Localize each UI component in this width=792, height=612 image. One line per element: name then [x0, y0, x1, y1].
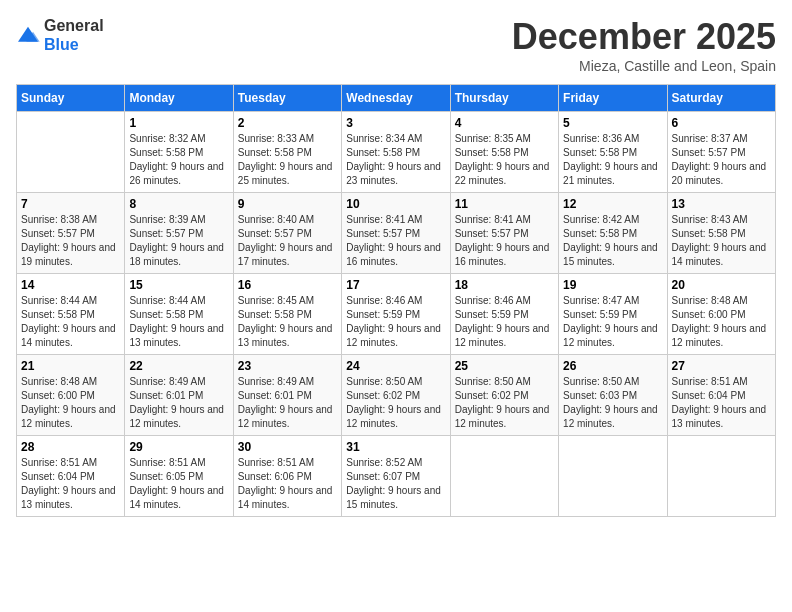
- calendar-cell: 22Sunrise: 8:49 AM Sunset: 6:01 PM Dayli…: [125, 355, 233, 436]
- cell-sun-info: Sunrise: 8:51 AM Sunset: 6:04 PM Dayligh…: [21, 456, 120, 512]
- cell-sun-info: Sunrise: 8:42 AM Sunset: 5:58 PM Dayligh…: [563, 213, 662, 269]
- calendar-cell: 3Sunrise: 8:34 AM Sunset: 5:58 PM Daylig…: [342, 112, 450, 193]
- calendar-week-row: 14Sunrise: 8:44 AM Sunset: 5:58 PM Dayli…: [17, 274, 776, 355]
- calendar-week-row: 7Sunrise: 8:38 AM Sunset: 5:57 PM Daylig…: [17, 193, 776, 274]
- calendar-cell: 23Sunrise: 8:49 AM Sunset: 6:01 PM Dayli…: [233, 355, 341, 436]
- day-number: 3: [346, 116, 445, 130]
- day-number: 19: [563, 278, 662, 292]
- calendar-cell: [450, 436, 558, 517]
- cell-sun-info: Sunrise: 8:48 AM Sunset: 6:00 PM Dayligh…: [672, 294, 771, 350]
- cell-sun-info: Sunrise: 8:50 AM Sunset: 6:02 PM Dayligh…: [346, 375, 445, 431]
- calendar-cell: 7Sunrise: 8:38 AM Sunset: 5:57 PM Daylig…: [17, 193, 125, 274]
- day-number: 2: [238, 116, 337, 130]
- weekday-header-tuesday: Tuesday: [233, 85, 341, 112]
- cell-sun-info: Sunrise: 8:40 AM Sunset: 5:57 PM Dayligh…: [238, 213, 337, 269]
- weekday-header-monday: Monday: [125, 85, 233, 112]
- calendar-cell: 24Sunrise: 8:50 AM Sunset: 6:02 PM Dayli…: [342, 355, 450, 436]
- day-number: 24: [346, 359, 445, 373]
- calendar-cell: 25Sunrise: 8:50 AM Sunset: 6:02 PM Dayli…: [450, 355, 558, 436]
- cell-sun-info: Sunrise: 8:43 AM Sunset: 5:58 PM Dayligh…: [672, 213, 771, 269]
- calendar-week-row: 1Sunrise: 8:32 AM Sunset: 5:58 PM Daylig…: [17, 112, 776, 193]
- day-number: 21: [21, 359, 120, 373]
- cell-sun-info: Sunrise: 8:44 AM Sunset: 5:58 PM Dayligh…: [21, 294, 120, 350]
- day-number: 17: [346, 278, 445, 292]
- day-number: 25: [455, 359, 554, 373]
- day-number: 26: [563, 359, 662, 373]
- calendar-cell: 26Sunrise: 8:50 AM Sunset: 6:03 PM Dayli…: [559, 355, 667, 436]
- cell-sun-info: Sunrise: 8:50 AM Sunset: 6:03 PM Dayligh…: [563, 375, 662, 431]
- calendar-cell: 28Sunrise: 8:51 AM Sunset: 6:04 PM Dayli…: [17, 436, 125, 517]
- cell-sun-info: Sunrise: 8:46 AM Sunset: 5:59 PM Dayligh…: [346, 294, 445, 350]
- calendar-cell: 29Sunrise: 8:51 AM Sunset: 6:05 PM Dayli…: [125, 436, 233, 517]
- cell-sun-info: Sunrise: 8:32 AM Sunset: 5:58 PM Dayligh…: [129, 132, 228, 188]
- cell-sun-info: Sunrise: 8:46 AM Sunset: 5:59 PM Dayligh…: [455, 294, 554, 350]
- cell-sun-info: Sunrise: 8:41 AM Sunset: 5:57 PM Dayligh…: [455, 213, 554, 269]
- day-number: 11: [455, 197, 554, 211]
- calendar-body: 1Sunrise: 8:32 AM Sunset: 5:58 PM Daylig…: [17, 112, 776, 517]
- weekday-header-saturday: Saturday: [667, 85, 775, 112]
- logo-general-text: General: [44, 16, 104, 35]
- cell-sun-info: Sunrise: 8:37 AM Sunset: 5:57 PM Dayligh…: [672, 132, 771, 188]
- calendar-cell: 20Sunrise: 8:48 AM Sunset: 6:00 PM Dayli…: [667, 274, 775, 355]
- day-number: 10: [346, 197, 445, 211]
- calendar-cell: 17Sunrise: 8:46 AM Sunset: 5:59 PM Dayli…: [342, 274, 450, 355]
- day-number: 31: [346, 440, 445, 454]
- cell-sun-info: Sunrise: 8:33 AM Sunset: 5:58 PM Dayligh…: [238, 132, 337, 188]
- day-number: 14: [21, 278, 120, 292]
- day-number: 1: [129, 116, 228, 130]
- calendar-cell: [559, 436, 667, 517]
- cell-sun-info: Sunrise: 8:49 AM Sunset: 6:01 PM Dayligh…: [238, 375, 337, 431]
- location-subtitle: Mieza, Castille and Leon, Spain: [512, 58, 776, 74]
- calendar-cell: 5Sunrise: 8:36 AM Sunset: 5:58 PM Daylig…: [559, 112, 667, 193]
- cell-sun-info: Sunrise: 8:45 AM Sunset: 5:58 PM Dayligh…: [238, 294, 337, 350]
- calendar-cell: 31Sunrise: 8:52 AM Sunset: 6:07 PM Dayli…: [342, 436, 450, 517]
- cell-sun-info: Sunrise: 8:50 AM Sunset: 6:02 PM Dayligh…: [455, 375, 554, 431]
- cell-sun-info: Sunrise: 8:51 AM Sunset: 6:05 PM Dayligh…: [129, 456, 228, 512]
- calendar-cell: 14Sunrise: 8:44 AM Sunset: 5:58 PM Dayli…: [17, 274, 125, 355]
- day-number: 6: [672, 116, 771, 130]
- calendar-cell: 6Sunrise: 8:37 AM Sunset: 5:57 PM Daylig…: [667, 112, 775, 193]
- day-number: 9: [238, 197, 337, 211]
- calendar-cell: 9Sunrise: 8:40 AM Sunset: 5:57 PM Daylig…: [233, 193, 341, 274]
- calendar-cell: 4Sunrise: 8:35 AM Sunset: 5:58 PM Daylig…: [450, 112, 558, 193]
- calendar-header: SundayMondayTuesdayWednesdayThursdayFrid…: [17, 85, 776, 112]
- weekday-header-thursday: Thursday: [450, 85, 558, 112]
- calendar-cell: 8Sunrise: 8:39 AM Sunset: 5:57 PM Daylig…: [125, 193, 233, 274]
- page-header: General Blue December 2025 Mieza, Castil…: [16, 16, 776, 74]
- calendar-cell: 16Sunrise: 8:45 AM Sunset: 5:58 PM Dayli…: [233, 274, 341, 355]
- cell-sun-info: Sunrise: 8:51 AM Sunset: 6:06 PM Dayligh…: [238, 456, 337, 512]
- calendar-cell: 19Sunrise: 8:47 AM Sunset: 5:59 PM Dayli…: [559, 274, 667, 355]
- day-number: 15: [129, 278, 228, 292]
- calendar-cell: [667, 436, 775, 517]
- weekday-header-wednesday: Wednesday: [342, 85, 450, 112]
- day-number: 18: [455, 278, 554, 292]
- day-number: 27: [672, 359, 771, 373]
- calendar-cell: 1Sunrise: 8:32 AM Sunset: 5:58 PM Daylig…: [125, 112, 233, 193]
- day-number: 29: [129, 440, 228, 454]
- cell-sun-info: Sunrise: 8:52 AM Sunset: 6:07 PM Dayligh…: [346, 456, 445, 512]
- calendar-cell: 15Sunrise: 8:44 AM Sunset: 5:58 PM Dayli…: [125, 274, 233, 355]
- calendar-cell: 18Sunrise: 8:46 AM Sunset: 5:59 PM Dayli…: [450, 274, 558, 355]
- calendar-week-row: 28Sunrise: 8:51 AM Sunset: 6:04 PM Dayli…: [17, 436, 776, 517]
- day-number: 4: [455, 116, 554, 130]
- calendar-week-row: 21Sunrise: 8:48 AM Sunset: 6:00 PM Dayli…: [17, 355, 776, 436]
- day-number: 16: [238, 278, 337, 292]
- day-number: 22: [129, 359, 228, 373]
- cell-sun-info: Sunrise: 8:41 AM Sunset: 5:57 PM Dayligh…: [346, 213, 445, 269]
- day-number: 20: [672, 278, 771, 292]
- day-number: 8: [129, 197, 228, 211]
- calendar-cell: [17, 112, 125, 193]
- month-title: December 2025: [512, 16, 776, 58]
- weekday-header-friday: Friday: [559, 85, 667, 112]
- logo-blue-text: Blue: [44, 35, 104, 54]
- cell-sun-info: Sunrise: 8:38 AM Sunset: 5:57 PM Dayligh…: [21, 213, 120, 269]
- calendar-cell: 10Sunrise: 8:41 AM Sunset: 5:57 PM Dayli…: [342, 193, 450, 274]
- day-number: 23: [238, 359, 337, 373]
- cell-sun-info: Sunrise: 8:35 AM Sunset: 5:58 PM Dayligh…: [455, 132, 554, 188]
- weekday-header-sunday: Sunday: [17, 85, 125, 112]
- calendar-cell: 2Sunrise: 8:33 AM Sunset: 5:58 PM Daylig…: [233, 112, 341, 193]
- logo-icon: [16, 25, 40, 45]
- cell-sun-info: Sunrise: 8:39 AM Sunset: 5:57 PM Dayligh…: [129, 213, 228, 269]
- day-number: 7: [21, 197, 120, 211]
- day-number: 5: [563, 116, 662, 130]
